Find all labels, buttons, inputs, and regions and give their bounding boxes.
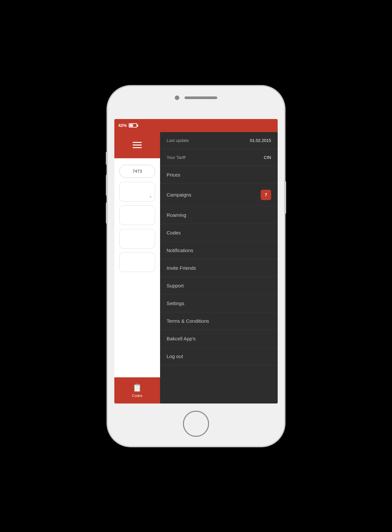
status-bar: 42%: [114, 119, 278, 132]
menu-item-invite-friends-label: Invite Friends: [167, 265, 196, 271]
hamburger-icon: [133, 142, 142, 148]
battery-icon: [129, 123, 137, 128]
side-button-power: [285, 181, 286, 214]
codes-tab-label: Codes: [132, 394, 142, 398]
menu-item-notifications-label: Notifications: [167, 248, 193, 253]
battery-fill: [130, 124, 133, 127]
menu-item-terms[interactable]: Terms & Conditions: [160, 312, 278, 330]
tariff-row: Your Tariff CIN: [160, 149, 278, 166]
menu-item-roaming-label: Roaming: [167, 212, 186, 218]
menu-item-campaigns[interactable]: Campaigns 7: [160, 184, 278, 206]
side-button-volume-down: [106, 202, 107, 224]
phone-top-area: [175, 95, 217, 100]
bottom-tab-bar[interactable]: 📋 Codes: [114, 377, 160, 403]
menu-item-settings[interactable]: Settings: [160, 295, 278, 312]
battery-percent: 42%: [118, 123, 127, 128]
hamburger-line-2: [133, 145, 142, 146]
menu-item-bakcell-apps[interactable]: Bakcell App's: [160, 330, 278, 348]
left-panel-content: 7473 ∨: [114, 158, 160, 403]
menu-item-support-label: Support: [167, 283, 184, 288]
menu-item-invite-friends[interactable]: Invite Friends: [160, 259, 278, 277]
phone-number-text: 7473: [133, 169, 142, 174]
last-update-row: Last update 01.02.2015: [160, 132, 278, 149]
speaker-bar: [185, 96, 217, 99]
menu-item-notifications[interactable]: Notifications: [160, 242, 278, 259]
chevron-down-icon: ∨: [149, 195, 152, 198]
hamburger-header[interactable]: [114, 132, 160, 158]
drawer-menu: Last update 01.02.2015 Your Tariff CIN P…: [160, 132, 278, 403]
phone-device: 42% 7473: [108, 86, 284, 446]
menu-item-codes[interactable]: Codes: [160, 224, 278, 242]
codes-tab-icon: 📋: [132, 383, 142, 392]
menu-item-support[interactable]: Support: [160, 277, 278, 295]
menu-item-prices-label: Prices: [167, 172, 180, 178]
tab-card-4[interactable]: [119, 252, 155, 272]
campaigns-badge: 7: [261, 190, 271, 200]
camera-dot: [175, 95, 179, 100]
hamburger-line-1: [133, 142, 142, 143]
side-button-volume-up: [106, 175, 107, 196]
phone-body: 42% 7473: [108, 86, 284, 446]
tab-card-3[interactable]: [119, 229, 155, 249]
tariff-value: CIN: [264, 155, 271, 160]
menu-item-logout-label: Log out: [167, 353, 183, 359]
menu-item-prices[interactable]: Prices: [160, 166, 278, 184]
side-button-mute: [106, 152, 107, 165]
tab-card-1[interactable]: ∨: [119, 182, 155, 201]
menu-item-logout[interactable]: Log out: [160, 348, 278, 365]
hamburger-line-3: [133, 147, 142, 148]
menu-item-bakcell-apps-label: Bakcell App's: [167, 336, 196, 341]
last-update-value: 01.02.2015: [250, 138, 271, 143]
tab-card-2[interactable]: [119, 205, 155, 225]
menu-item-terms-label: Terms & Conditions: [167, 318, 209, 324]
menu-item-codes-label: Codes: [167, 230, 181, 235]
battery-body: [129, 123, 137, 128]
phone-number-display: 7473: [119, 165, 155, 178]
menu-item-roaming[interactable]: Roaming: [160, 206, 278, 224]
last-update-label: Last update: [167, 138, 189, 143]
phone-screen: 42% 7473: [114, 119, 278, 403]
menu-item-campaigns-label: Campaigns: [167, 192, 191, 197]
menu-item-settings-label: Settings: [167, 300, 184, 306]
tariff-label: Your Tariff: [167, 155, 186, 160]
home-button[interactable]: [183, 411, 209, 437]
